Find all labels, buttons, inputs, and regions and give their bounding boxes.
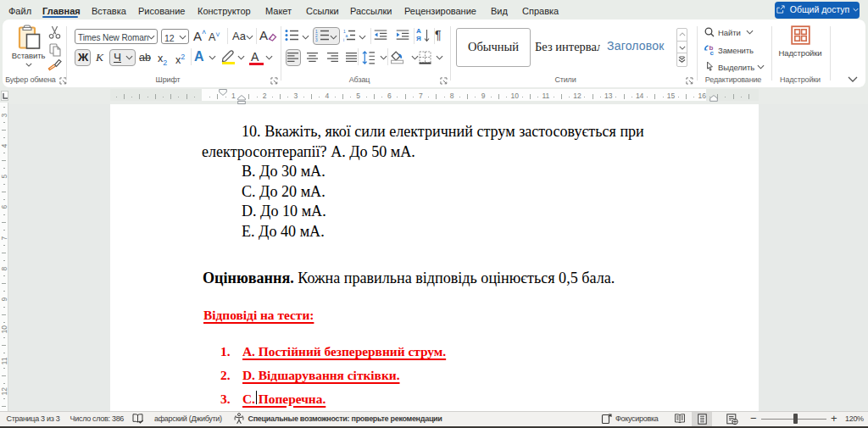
svg-text:a: a <box>346 34 348 38</box>
svg-text:i: i <box>343 38 344 42</box>
svg-text:3: 3 <box>315 38 318 42</box>
svg-text:c: c <box>710 49 715 56</box>
